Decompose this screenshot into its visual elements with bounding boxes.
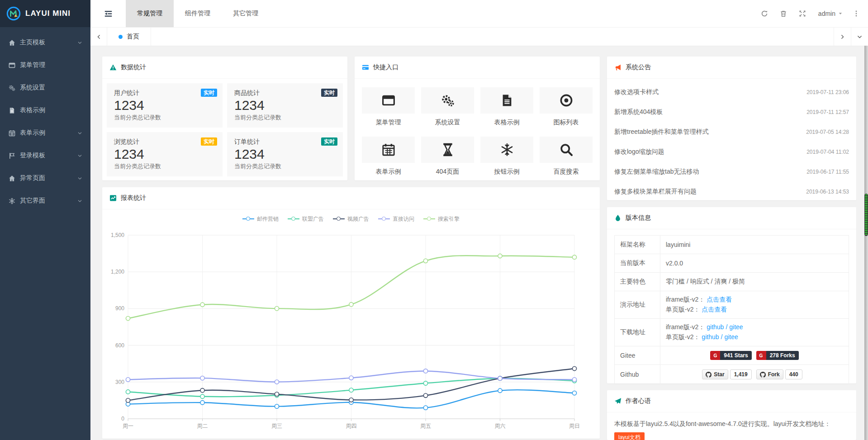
brand-title: LAYUI MINI — [25, 9, 71, 18]
left-column: 数据统计 用户统计 1234 当前分类总记录数 实时 — [102, 57, 600, 440]
more-menu-button[interactable] — [849, 0, 863, 27]
sidebar-item[interactable]: 菜单管理 — [0, 54, 90, 76]
quick-entry[interactable]: 表单示例 — [362, 137, 415, 176]
quick-entry-label: 图标列表 — [540, 118, 593, 127]
quick-entry-card-header: 快捷入口 — [355, 57, 600, 79]
tab-home[interactable]: 首页 — [107, 28, 151, 46]
download-link-gitee-spa[interactable]: gitee — [724, 333, 738, 341]
report-chart: 03006009001,2001,500周一周二周三周四周五周六周日 — [109, 224, 593, 436]
quick-entry-card-title: 快捷入口 — [373, 63, 398, 71]
stat-desc: 当前分类总记录数 — [114, 162, 215, 170]
header-tab[interactable]: 常规管理 — [126, 0, 174, 27]
snowflake-icon — [9, 198, 15, 204]
github-icon — [706, 372, 711, 378]
chevron-down-icon — [77, 40, 82, 45]
stat-box: 用户统计 1234 当前分类总记录数 实时 — [107, 83, 223, 128]
header-tab[interactable]: 组件管理 — [174, 0, 222, 27]
user-dropdown[interactable]: admin — [812, 10, 849, 17]
quick-entry-label: 表单示例 — [362, 168, 415, 176]
chevron-down-icon — [77, 153, 82, 158]
svg-text:G: G — [713, 353, 717, 358]
download-link-github-spa[interactable]: github — [702, 333, 719, 341]
table-row: 下载地址 iframe版-v2： github/gitee 单页版-v2： gi… — [615, 319, 849, 346]
quick-entry-label: 百度搜索 — [540, 168, 593, 176]
quick-entry[interactable]: 表格示例 — [480, 87, 533, 127]
demo-link-iframe[interactable]: 点击查看 — [707, 296, 732, 303]
quick-entry[interactable]: 系统设置 — [421, 87, 474, 127]
chevron-down-icon — [77, 199, 82, 203]
quick-entry[interactable]: 菜单管理 — [362, 87, 415, 127]
sidebar-item[interactable]: 其它界面 — [0, 189, 90, 212]
legend-item[interactable]: 联盟广告 — [288, 215, 324, 223]
legend-item[interactable]: 邮件营销 — [242, 215, 279, 223]
quick-entry[interactable]: 百度搜索 — [540, 137, 593, 176]
table-row: 演示地址 iframe版-v2： 点击查看 单页版-v2： 点击查看 — [615, 291, 849, 319]
announcement-item: 修改选项卡样式 2019-07-11 23:06 — [614, 82, 849, 102]
github-icon — [760, 372, 766, 378]
sidebar-item[interactable]: 主页模板 — [0, 31, 90, 54]
svg-text:周三: 周三 — [271, 423, 282, 429]
quick-entry[interactable]: 按钮示例 — [480, 137, 533, 176]
sidebar-item-label: 系统设置 — [20, 84, 45, 92]
gitee-stars-badge[interactable]: G 941 Stars — [710, 351, 751, 360]
sidebar-item[interactable]: 表格示例 — [0, 99, 90, 122]
quick-entry[interactable]: 图标列表 — [540, 87, 593, 127]
github-fork-button[interactable]: Fork — [756, 369, 783, 379]
version-card: 版本信息 框架名称 layuimini 当前版本 v2.0.0 主要特色 — [607, 207, 856, 383]
refresh-button[interactable] — [755, 0, 774, 27]
credit-card-icon — [362, 64, 369, 71]
tab-scroll-left-button[interactable] — [90, 28, 107, 46]
snowflake-icon — [500, 143, 514, 156]
vertical-scrollbar[interactable] — [864, 46, 868, 440]
tab-scroll-right-button[interactable] — [834, 28, 851, 46]
announcement-date: 2019-07-05 14:28 — [806, 129, 849, 135]
status-badge: 实时 — [201, 89, 217, 97]
author-card: 作者心语 本模板基于layui2.5.4以及font-awesome-4.7.0… — [607, 390, 856, 440]
fullscreen-button[interactable] — [793, 0, 812, 27]
file-text-icon — [9, 107, 15, 114]
quick-entry[interactable]: 404页面 — [421, 137, 474, 176]
stat-label: 用户统计 — [114, 89, 215, 97]
table-row: 当前版本 v2.0.0 — [615, 254, 849, 273]
quick-entry-label: 按钮示例 — [480, 168, 533, 176]
stat-value: 1234 — [234, 97, 336, 114]
github-star-count[interactable]: 1,419 — [730, 369, 752, 379]
scrollbar-thumb[interactable] — [864, 194, 868, 236]
dot-circle-icon — [560, 94, 573, 107]
sidebar-item[interactable]: 登录模板 — [0, 144, 90, 167]
stats-card-header: 数据统计 — [102, 57, 347, 79]
clear-cache-button[interactable] — [774, 0, 793, 27]
paper-plane-icon — [614, 397, 621, 405]
sidebar-item[interactable]: 表单示例 — [0, 122, 90, 144]
tab-operations-dropdown[interactable] — [851, 28, 868, 46]
sidebar-item-label: 异常页面 — [20, 174, 45, 182]
status-badge: 实时 — [321, 137, 337, 146]
download-link-gitee-iframe[interactable]: gitee — [729, 323, 743, 331]
sidebar-item[interactable]: 异常页面 — [0, 167, 90, 189]
legend-item[interactable]: 搜索引擎 — [423, 215, 460, 223]
github-fork-count[interactable]: 440 — [785, 369, 802, 379]
download-link-github-iframe[interactable]: github — [707, 323, 724, 331]
sidebar-item-label: 登录模板 — [20, 151, 45, 160]
legend-item[interactable]: 直接访问 — [378, 215, 414, 223]
table-row: 框架名称 layuimini — [615, 236, 849, 254]
github-star-button[interactable]: Star — [702, 369, 728, 379]
brand[interactable]: LAYUI MINI — [0, 0, 90, 27]
gitee-forks-badge[interactable]: G 278 Forks — [756, 351, 799, 360]
demo-link-spa[interactable]: 点击查看 — [702, 306, 727, 313]
sidebar-item-label: 其它界面 — [20, 197, 45, 205]
stat-label: 浏览统计 — [114, 138, 215, 146]
legend-item[interactable]: 视频广告 — [333, 215, 369, 223]
layui-mini-logo-icon — [6, 6, 21, 21]
sidebar-item[interactable]: 系统设置 — [0, 76, 90, 99]
layui-doc-button[interactable]: layui文档 — [614, 432, 645, 440]
header-tab[interactable]: 其它管理 — [222, 0, 270, 27]
announcements-card-title: 系统公告 — [626, 63, 651, 71]
svg-text:300: 300 — [115, 379, 124, 385]
gears-icon — [9, 85, 15, 91]
gitee-icon: G — [712, 353, 718, 359]
shrink-menu-icon — [104, 9, 113, 18]
sidebar-collapse-button[interactable] — [90, 0, 126, 27]
sidebar-item-label: 表单示例 — [20, 129, 45, 137]
bullhorn-icon — [614, 64, 621, 71]
